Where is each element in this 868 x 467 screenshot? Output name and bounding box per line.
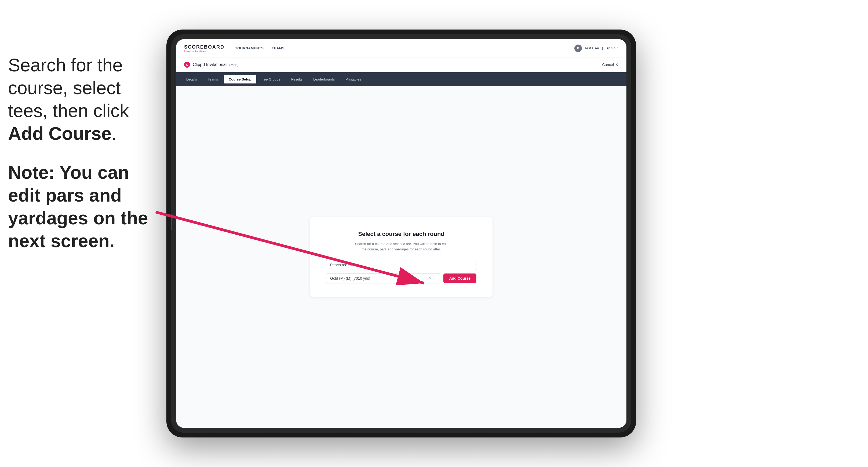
nav-teams[interactable]: TEAMS (272, 46, 284, 50)
card-subtitle: Search for a course and select a tee. Yo… (353, 241, 450, 252)
tournament-title: Clippd Invitational (193, 62, 226, 67)
instruction-main-text: Search for the course, select tees, then… (8, 54, 164, 145)
tablet-screen: SCOREBOARD Powered by clippd TOURNAMENTS… (176, 39, 626, 428)
tee-select-value: Gold (M) (M) (7010 yds) (330, 276, 370, 280)
logo-title: SCOREBOARD (184, 44, 224, 50)
main-nav: TOURNAMENTS TEAMS (235, 46, 284, 50)
tee-select-row: Gold (M) (M) (7010 yds) ✕ ⌄ Add Course (326, 273, 476, 283)
tablet-side-button (171, 214, 172, 230)
tee-select-dropdown[interactable]: Gold (M) (M) (7010 yds) ✕ ⌄ (326, 273, 440, 283)
instruction-panel: Search for the course, select tees, then… (8, 54, 164, 252)
header-separator: | (602, 46, 603, 50)
tee-clear-icon[interactable]: ✕ (429, 276, 432, 280)
tab-details[interactable]: Details (181, 75, 202, 84)
tab-navigation: Details Teams Course Setup Tee Groups Re… (176, 72, 626, 86)
user-name: Test User (585, 46, 599, 50)
tablet-inner: SCOREBOARD Powered by clippd TOURNAMENTS… (171, 34, 631, 433)
tee-select-controls: ✕ ⌄ (429, 276, 436, 280)
cancel-button[interactable]: Cancel ✕ (602, 63, 618, 67)
sign-out-link[interactable]: Sign out (606, 46, 618, 50)
tee-chevron-icon: ⌄ (433, 276, 436, 280)
tab-teams[interactable]: Teams (203, 75, 223, 84)
instruction-note: Note: You can edit pars and yardages on … (8, 161, 164, 252)
logo-area: SCOREBOARD Powered by clippd (184, 44, 224, 52)
user-avatar: B (575, 44, 582, 52)
nav-tournaments[interactable]: TOURNAMENTS (235, 46, 264, 50)
main-content: Select a course for each round Search fo… (176, 86, 626, 428)
tab-results[interactable]: Results (286, 75, 307, 84)
card-title: Select a course for each round (358, 230, 444, 238)
tournament-name-area: C Clippd Invitational (Men) (184, 62, 238, 68)
header-left: SCOREBOARD Powered by clippd TOURNAMENTS… (184, 44, 284, 52)
app-header: SCOREBOARD Powered by clippd TOURNAMENTS… (176, 39, 626, 57)
tab-course-setup[interactable]: Course Setup (224, 75, 256, 84)
course-search-input[interactable] (326, 260, 476, 270)
tab-printables[interactable]: Printables (341, 75, 366, 84)
tournament-icon: C (184, 62, 190, 68)
header-right: B Test User | Sign out (575, 44, 618, 52)
tab-tee-groups[interactable]: Tee Groups (257, 75, 285, 84)
tab-leaderboards[interactable]: Leaderboards (308, 75, 340, 84)
add-course-button[interactable]: Add Course (443, 274, 476, 283)
tournament-badge: (Men) (229, 63, 238, 67)
cancel-x-icon: ✕ (615, 63, 618, 67)
tablet-device: SCOREBOARD Powered by clippd TOURNAMENTS… (166, 30, 636, 437)
instruction-bold: Add Course (8, 123, 112, 144)
logo-subtitle: Powered by clippd (184, 50, 224, 52)
course-setup-card: Select a course for each round Search fo… (310, 217, 493, 297)
tournament-bar: C Clippd Invitational (Men) Cancel ✕ (176, 57, 626, 72)
